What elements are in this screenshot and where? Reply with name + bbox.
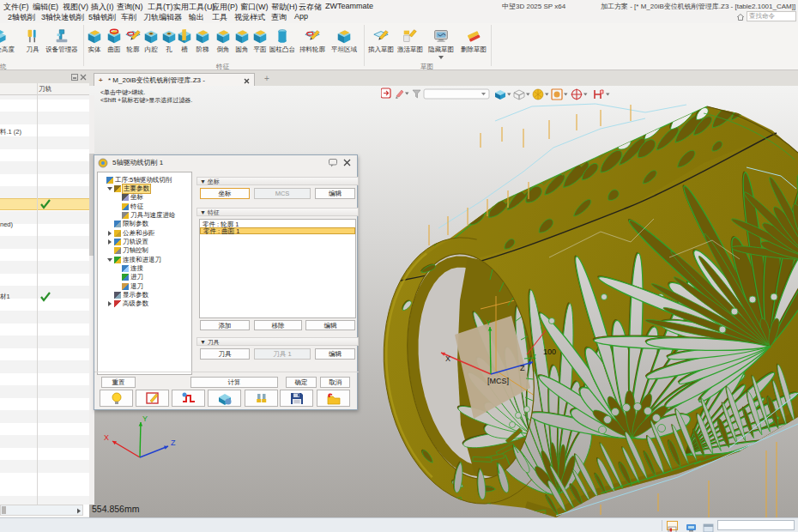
svg-text:Z: Z xyxy=(532,353,536,360)
svg-text:Z: Z xyxy=(520,364,525,372)
svg-text:[MCS]: [MCS] xyxy=(487,377,509,385)
svg-text:Y: Y xyxy=(142,414,148,423)
svg-text:Y: Y xyxy=(486,318,491,327)
svg-text:100: 100 xyxy=(543,348,556,356)
svg-text:X: X xyxy=(445,354,450,363)
svg-text:X: X xyxy=(104,433,109,442)
svg-text:Z: Z xyxy=(171,438,176,447)
